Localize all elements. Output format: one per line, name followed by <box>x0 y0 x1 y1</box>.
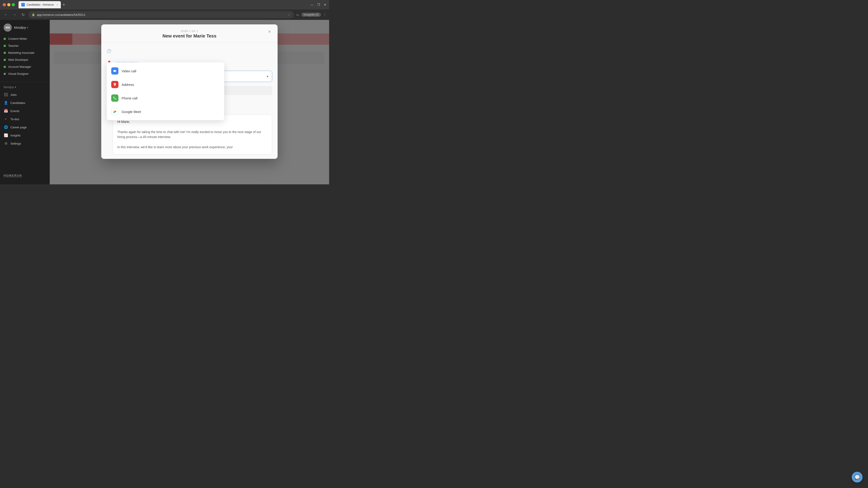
sidebar-item-visual-designer[interactable]: Visual Designer <box>0 70 50 77</box>
active-dot-icon <box>4 38 6 40</box>
sidebar-item-todos[interactable]: ✓ To-dos <box>0 115 50 123</box>
modal-close-button[interactable]: × <box>266 28 273 35</box>
new-tab-button[interactable]: + <box>61 2 67 8</box>
modal-header: STEP 1 OF 1 New event for Marie Tess × <box>101 24 278 42</box>
check-icon: ✓ <box>4 117 8 121</box>
homerun-logo: HOMERUN <box>4 174 46 177</box>
active-dot-icon <box>4 45 6 47</box>
minimize-icon[interactable]: — <box>310 3 313 6</box>
person-icon: 👤 <box>4 101 8 105</box>
address-option-icon <box>111 81 119 88</box>
email-paragraph-1: Thanks again for taking the time to chat… <box>117 129 268 140</box>
jobs-list: Content Writer Teacher New event for Mar… <box>0 35 50 77</box>
tab-title: Candidates · Homerun <box>27 3 54 6</box>
minimize-window-button[interactable] <box>7 3 10 6</box>
dropdown-item-google-meet[interactable]: Google Meet <box>107 105 224 119</box>
sidebar-item-career-page[interactable]: 🌐 Career page <box>0 123 50 131</box>
google-meet-option-icon <box>111 108 119 115</box>
lock-icon: 🔒 <box>32 13 35 16</box>
main-layout: MM Moodjoy ▾ Content Writer Teacher New … <box>0 20 329 184</box>
chevron-down-icon: ▾ <box>27 26 28 29</box>
sidebar-item-events[interactable]: 📅 Events <box>0 107 50 115</box>
active-dot-icon <box>4 59 6 61</box>
sidebar-item-marketing-associate[interactable]: New event for Marie Tess Marketing Assoc… <box>0 49 50 56</box>
modal-dialog: STEP 1 OF 1 New event for Marie Tess × 🕐… <box>101 24 278 159</box>
modal-overlay: STEP 1 OF 1 New event for Marie Tess × 🕐… <box>50 20 329 184</box>
google-meet-label: Google Meet <box>122 110 141 113</box>
close-window-button[interactable] <box>3 3 6 6</box>
window-controls[interactable] <box>3 3 15 6</box>
incognito-badge: Incognito (2) <box>301 13 321 17</box>
video-call-option-icon <box>111 67 119 74</box>
workspace-label: Moodjoy ▾ <box>0 85 50 91</box>
chevron-down-icon: ▾ <box>15 86 16 89</box>
phone-call-label: Phone call <box>122 96 137 100</box>
time-row: 🕐 <box>107 47 272 55</box>
gear-icon: ⚙ <box>4 141 8 145</box>
location-dropdown-menu: Video call Address <box>107 62 224 120</box>
active-tab[interactable]: Candidates · Homerun × <box>19 1 61 8</box>
sidebar-item-candidates[interactable]: 👤 Candidates <box>0 99 50 107</box>
modal-body: 🕐 📍 ASIA/SHANGHAI <box>101 42 278 159</box>
sidebar-divider <box>0 82 50 82</box>
active-dot-icon <box>4 52 6 54</box>
bookmark-icon[interactable]: ☆ <box>288 13 291 17</box>
clock-icon: 🕐 <box>107 49 111 53</box>
email-section: ☰ Hi Marie, Thanks again for taking the … <box>107 115 272 154</box>
sidebar: MM Moodjoy ▾ Content Writer Teacher New … <box>0 20 50 184</box>
active-dot-icon <box>4 66 6 68</box>
modal-step: STEP 1 OF 1 <box>107 30 272 33</box>
sidebar-item-web-developer[interactable]: Web Developer <box>0 56 50 63</box>
menu-icon[interactable]: ⋮ <box>323 13 327 17</box>
inactive-dot-icon <box>4 73 6 75</box>
browser-chrome: Candidates · Homerun × + — ❐ ✕ <box>0 0 329 9</box>
tab-close-button[interactable]: × <box>57 3 58 6</box>
sidebar-toggle-icon[interactable]: ▭ <box>296 13 299 17</box>
sidebar-item-account-manager[interactable]: Account Manager <box>0 63 50 70</box>
dropdown-item-address[interactable]: Address <box>107 78 224 91</box>
sidebar-header: MM Moodjoy ▾ <box>0 24 50 35</box>
reload-button[interactable]: ↻ <box>20 11 26 18</box>
dropdown-item-video-call[interactable]: Video call <box>107 64 224 78</box>
address-label: Address <box>122 83 134 87</box>
content-area: STEP 1 OF 1 New event for Marie Tess × 🕐… <box>50 20 329 184</box>
maximize-window-button[interactable] <box>12 3 15 6</box>
chevron-down-icon: ▾ <box>267 74 268 78</box>
avatar: MM <box>4 24 12 32</box>
address-text: app.homerun.co/candidates/5425511 <box>37 13 286 17</box>
sidebar-item-insights[interactable]: 📈 Insights <box>0 131 50 139</box>
chart-icon: 📈 <box>4 133 8 137</box>
sidebar-item-teacher[interactable]: Teacher <box>0 42 50 49</box>
email-paragraph-2: In this interview, we'd like to learn mo… <box>117 144 268 150</box>
globe-icon: 🌐 <box>4 125 8 129</box>
tab-bar: Candidates · Homerun × + <box>19 0 67 9</box>
company-name[interactable]: Moodjoy ▾ <box>14 26 28 29</box>
sidebar-footer: HOMERUN <box>0 170 50 181</box>
chrome-window-controls[interactable]: — ❐ ✕ <box>310 3 327 6</box>
briefcase-icon: ⬛ <box>4 93 8 97</box>
address-bar[interactable]: 🔒 app.homerun.co/candidates/5425511 ☆ <box>29 11 294 18</box>
close-icon[interactable]: ✕ <box>324 3 327 6</box>
address-bar-row: ← → ↻ 🔒 app.homerun.co/candidates/542551… <box>0 9 329 20</box>
tab-favicon <box>21 3 25 6</box>
sidebar-item-content-writer[interactable]: Content Writer <box>0 35 50 42</box>
toolbar-right: ▭ Incognito (2) ⋮ <box>296 13 327 17</box>
calendar-icon: 📅 <box>4 109 8 113</box>
restore-icon[interactable]: ❐ <box>317 3 320 6</box>
modal-title: New event for Marie Tess <box>107 33 272 39</box>
video-call-label: Video call <box>122 69 136 73</box>
sidebar-item-settings[interactable]: ⚙ Settings <box>0 139 50 148</box>
forward-button[interactable]: → <box>11 11 18 18</box>
back-button[interactable]: ← <box>3 11 9 18</box>
dropdown-item-phone-call[interactable]: Phone call <box>107 91 224 105</box>
phone-option-icon <box>111 94 119 102</box>
sidebar-item-jobs[interactable]: ⬛ Jobs <box>0 91 50 99</box>
email-body[interactable]: Hi Marie, Thanks again for taking the ti… <box>113 115 272 154</box>
